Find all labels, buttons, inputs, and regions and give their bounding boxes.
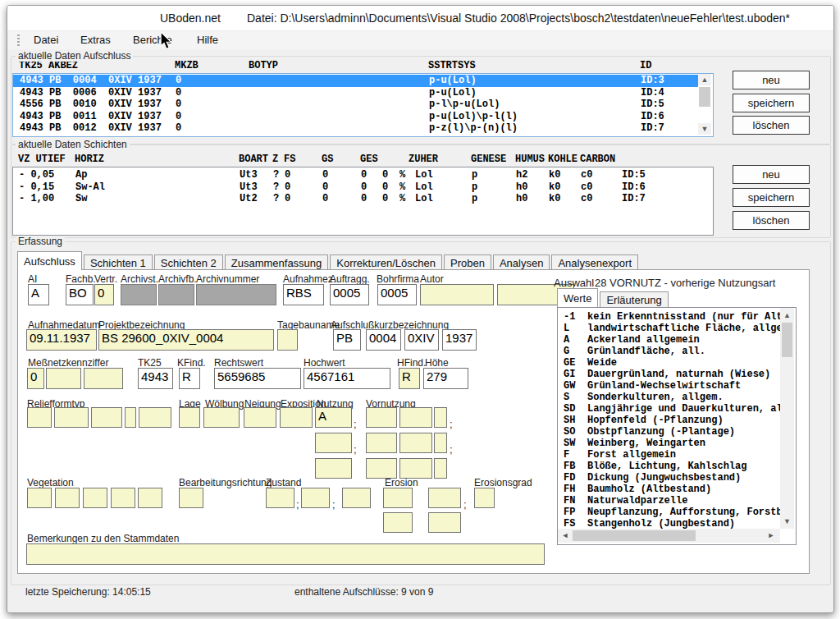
tab-proben[interactable]: Proben (444, 254, 491, 270)
loeschen-button[interactable]: löschen (733, 211, 810, 230)
bemerkungen-field[interactable] (26, 543, 545, 565)
list-item[interactable]: Llandwirtschaftliche Fläche, allgem. (558, 323, 780, 334)
aufnahmedatum-field[interactable]: 09.11.1937 (26, 329, 97, 351)
werte-h-scrollbar[interactable]: ◄ ► (558, 529, 780, 543)
erosion-field-2[interactable] (428, 488, 461, 508)
tk25-field[interactable]: 4943 (138, 368, 173, 389)
kfind-field[interactable]: R (179, 368, 200, 389)
werte-v-scrollbar[interactable]: ▲ ▼ (780, 308, 794, 529)
archivst-field[interactable] (121, 284, 157, 305)
list-item[interactable]: FForst allgemein (558, 449, 780, 461)
messnetz-field-1[interactable]: 0 (27, 368, 44, 389)
tab-korrekturen-löschen[interactable]: Korrekturen/Löschen (330, 254, 442, 270)
vegetation-field-2[interactable] (55, 488, 80, 508)
vegetation-field-4[interactable] (111, 488, 135, 508)
table-row[interactable]: 4943 PB 0004 0XIV 19370p-u(Lol)ID:3 (13, 75, 698, 87)
nutzung-field-1[interactable]: A (315, 407, 352, 428)
menu-item-datei[interactable]: Datei (25, 33, 66, 48)
scroll-down-arrow[interactable]: ▼ (780, 516, 794, 527)
speichern-button[interactable]: speichern (733, 188, 810, 207)
list-item[interactable]: SSonderkulturen, allgem. (558, 392, 780, 403)
scroll-left-arrow[interactable]: ◄ (559, 530, 571, 542)
list-item[interactable]: GEWeide (558, 357, 780, 369)
messnetz-field-3[interactable] (84, 368, 123, 389)
erosion-field-3[interactable] (383, 512, 413, 533)
reliefformtyp-field-4[interactable] (125, 407, 136, 428)
scroll-right-arrow[interactable]: ► (765, 530, 777, 542)
woelbung-field[interactable] (203, 407, 240, 428)
exposition-field[interactable] (280, 407, 313, 428)
vornutzung-field-6[interactable] (434, 433, 447, 453)
table-row[interactable]: 4943 PB 0011 0XIV 19370p-u(Lol)\p-l(l)ID… (13, 111, 698, 123)
neu-button[interactable]: neu (733, 71, 810, 89)
scroll-up-arrow[interactable]: ▲ (780, 310, 794, 321)
messnetz-field-2[interactable] (46, 368, 81, 389)
vornutzung-field-2[interactable] (399, 407, 432, 428)
fachb-field[interactable]: BO (66, 284, 94, 305)
reliefformtyp-field-2[interactable] (54, 407, 89, 428)
aufschlusskurz-field-4[interactable]: 1937 (442, 329, 477, 351)
nutzung-field-2[interactable] (315, 433, 352, 453)
loeschen-button[interactable]: löschen (733, 116, 810, 135)
aufnahmez-field[interactable]: RBS (283, 284, 324, 305)
tab-erläuterung[interactable]: Erläuterung (600, 291, 668, 307)
aufschlusskurz-field-1[interactable]: PB (333, 329, 361, 351)
list-item[interactable]: SWWeinberg, Weingarten (558, 438, 780, 449)
speichern-button[interactable]: speichern (733, 94, 810, 112)
table-row[interactable]: - 0,15Sw-AlUt3?0000%Lolph0k0c0ID:6 (13, 181, 711, 194)
tab-aufschluss[interactable]: Aufschluss (17, 251, 82, 270)
table-row[interactable]: - 1,00SwUt2?0000%Lolph0k0c0ID:7 (13, 193, 711, 205)
zustand-field-1[interactable] (266, 488, 294, 508)
vornutzung-field-9[interactable] (434, 458, 447, 479)
aufschlusskurz-field-2[interactable]: 0004 (366, 329, 401, 351)
auftragg-field[interactable]: 0005 (330, 284, 369, 305)
ai-field[interactable]: A (28, 284, 49, 305)
aufschluss-scrollbar[interactable]: ▲ ▼ (698, 74, 711, 135)
archivfb-field[interactable] (158, 284, 194, 305)
list-item[interactable]: SOObstpflanzung (-Plantage) (558, 426, 780, 438)
lage-field[interactable] (179, 407, 200, 428)
reliefformtyp-field-3[interactable] (91, 407, 122, 428)
neigung-field[interactable] (244, 407, 276, 428)
list-item[interactable]: AAckerland allgemein (558, 334, 780, 346)
vegetation-field-3[interactable] (83, 488, 107, 508)
table-row[interactable]: 4943 PB 0006 0XIV 19370p-u(Lol)ID:4 (13, 87, 698, 99)
title-bar[interactable]: UBoden.net Datei: D:\Users\adminn\Docume… (7, 6, 833, 31)
vertr-field[interactable]: 0 (94, 284, 114, 305)
list-item[interactable]: FSStangenholz (Jungbestand) (558, 518, 780, 529)
reliefformtyp-field-5[interactable] (139, 407, 171, 428)
vornutzung-field-3[interactable] (434, 407, 447, 428)
tab-schichten-2[interactable]: Schichten 2 (154, 254, 223, 270)
vegetation-field-5[interactable] (138, 488, 162, 508)
erosionsgrad-field[interactable] (474, 488, 495, 508)
list-item[interactable]: GGrünlandfläche, all. (558, 346, 780, 357)
rechtswert-field[interactable]: 5659685 (214, 368, 301, 389)
tab-werte[interactable]: Werte (557, 288, 598, 307)
scroll-thumb[interactable] (573, 530, 696, 541)
tagebauname-field[interactable] (277, 329, 298, 351)
bearbeitungsrichtung-field[interactable] (179, 488, 203, 508)
list-item[interactable]: FDDickung (Jungwuchsbestand) (558, 472, 780, 484)
table-row[interactable]: - 0,05ApUt3?0000%Lolph2k0c0ID:5 (13, 169, 711, 181)
list-item[interactable]: FBBlöße, Lichtung, Kahlschlag (558, 461, 780, 472)
tab-analysenexport[interactable]: Analysenexport (551, 254, 638, 270)
list-item[interactable]: -1kein Erkenntnisstand (nur für Altdat (558, 311, 780, 323)
table-row[interactable]: 4943 PB 0012 0XIV 19370p-z(l)\p-(n)(l)ID… (13, 122, 698, 135)
tab-analysen[interactable]: Analysen (493, 254, 550, 270)
list-item[interactable]: GWGrünland-Wechselwirtschaft (558, 380, 780, 392)
zustand-field-2[interactable] (301, 488, 330, 508)
list-item[interactable]: GIDauergrünland, naturnah (Wiese) (558, 369, 780, 380)
vornutzung-field-1[interactable] (366, 407, 397, 428)
list-item[interactable]: FHBaumholz (Altbestand) (558, 484, 780, 495)
vornutzung-field-4[interactable] (366, 433, 397, 453)
vegetation-field-1[interactable] (27, 488, 52, 508)
reliefformtyp-field-1[interactable] (27, 407, 52, 428)
erosion-field-4[interactable] (428, 512, 461, 533)
scroll-thumb[interactable] (699, 87, 710, 107)
list-item[interactable]: FNNaturwaldparzelle (558, 495, 780, 507)
vornutzung-field-8[interactable] (399, 458, 432, 479)
projektbezeichnung-field[interactable]: BS 29600_0XIV_0004 (98, 329, 274, 351)
archivnummer-field[interactable] (196, 284, 276, 305)
tab-zusammenfassung[interactable]: Zusammenfassung (225, 254, 329, 270)
menu-item-hilfe[interactable]: Hilfe (189, 33, 226, 48)
